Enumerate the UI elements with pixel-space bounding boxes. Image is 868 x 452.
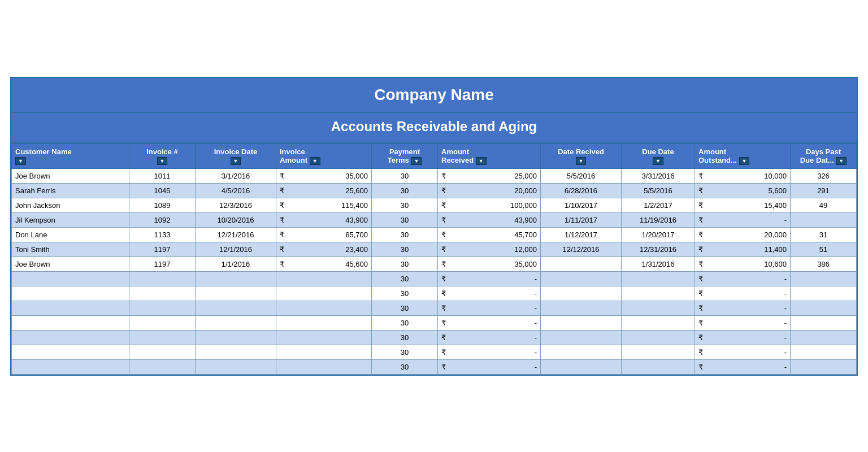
filter-invoice-num[interactable]: ▼ bbox=[157, 157, 168, 165]
cell-invoice-num: 1045 bbox=[129, 183, 196, 198]
cell-payment-terms: 30 bbox=[372, 345, 438, 359]
cell-due-date: 1/20/2017 bbox=[622, 227, 695, 242]
cell-invoice-amount bbox=[276, 315, 372, 330]
cell-customer bbox=[12, 345, 129, 359]
cell-due-date: 11/19/2016 bbox=[622, 212, 695, 227]
col-header-invoice-amount: Invoice Amount ▼ bbox=[276, 144, 372, 168]
cell-days-past bbox=[791, 301, 857, 315]
cell-due-date bbox=[622, 330, 695, 345]
cell-due-date bbox=[622, 315, 695, 330]
cell-invoice-num: 1011 bbox=[129, 168, 196, 183]
cell-due-date bbox=[622, 301, 695, 315]
cell-amount-received: ₹- bbox=[438, 315, 541, 330]
cell-payment-terms: 30 bbox=[372, 198, 438, 212]
cell-customer: Joe Brown bbox=[12, 257, 129, 271]
filter-invoice-amount[interactable]: ▼ bbox=[310, 157, 320, 165]
cell-days-past bbox=[791, 212, 857, 227]
cell-customer: Sarah Ferris bbox=[12, 183, 129, 198]
table-row: 30₹-₹- bbox=[12, 359, 857, 374]
cell-invoice-date bbox=[196, 359, 276, 374]
cell-amount-outstanding: ₹- bbox=[695, 271, 791, 286]
filter-amount-received[interactable]: ▼ bbox=[476, 157, 487, 165]
filter-days-past[interactable]: ▼ bbox=[836, 157, 847, 165]
cell-invoice-num bbox=[129, 286, 196, 301]
cell-invoice-date: 12/3/2016 bbox=[196, 198, 276, 212]
cell-customer: John Jackson bbox=[12, 198, 129, 212]
cell-invoice-num bbox=[129, 315, 196, 330]
cell-days-past: 326 bbox=[791, 168, 857, 183]
cell-amount-outstanding: ₹20,000 bbox=[695, 227, 791, 242]
filter-invoice-date[interactable]: ▼ bbox=[231, 157, 241, 165]
col-header-invoice-date: Invoice Date ▼ bbox=[196, 144, 276, 168]
cell-date-received: 6/28/2016 bbox=[541, 183, 622, 198]
cell-days-past bbox=[791, 286, 857, 301]
table-row: Don Lane113312/21/2016₹65,70030₹45,7001/… bbox=[12, 227, 857, 242]
cell-invoice-amount bbox=[276, 359, 372, 374]
cell-invoice-amount bbox=[276, 286, 372, 301]
cell-invoice-amount: ₹45,600 bbox=[276, 257, 372, 271]
table-row: Joe Brown11971/1/2016₹45,60030₹35,0001/3… bbox=[12, 257, 857, 271]
cell-payment-terms: 30 bbox=[372, 168, 438, 183]
cell-invoice-num bbox=[129, 345, 196, 359]
table-row: Joe Brown10113/1/2016₹35,00030₹25,0005/5… bbox=[12, 168, 857, 183]
cell-invoice-num bbox=[129, 271, 196, 286]
cell-amount-received: ₹45,700 bbox=[438, 227, 541, 242]
cell-date-received: 1/10/2017 bbox=[541, 198, 622, 212]
filter-amount-outstanding[interactable]: ▼ bbox=[739, 157, 750, 165]
company-name: Company Name bbox=[374, 86, 494, 103]
cell-due-date bbox=[622, 359, 695, 374]
table-header-row: Customer Name ▼ Invoice # ▼ Invoice Date… bbox=[12, 144, 857, 168]
cell-payment-terms: 30 bbox=[372, 286, 438, 301]
cell-invoice-num: 1092 bbox=[129, 212, 196, 227]
cell-invoice-date: 3/1/2016 bbox=[196, 168, 276, 183]
col-header-date-received: Date Recived ▼ bbox=[541, 144, 622, 168]
cell-payment-terms: 30 bbox=[372, 301, 438, 315]
cell-invoice-date bbox=[196, 271, 276, 286]
filter-customer[interactable]: ▼ bbox=[15, 157, 26, 165]
cell-amount-received: ₹- bbox=[438, 359, 541, 374]
cell-customer bbox=[12, 315, 129, 330]
cell-date-received bbox=[541, 345, 622, 359]
cell-customer bbox=[12, 330, 129, 345]
cell-amount-received: ₹20,000 bbox=[438, 183, 541, 198]
cell-days-past: 386 bbox=[791, 257, 857, 271]
cell-payment-terms: 30 bbox=[372, 315, 438, 330]
cell-payment-terms: 30 bbox=[372, 227, 438, 242]
spreadsheet-container: Company Name Accounts Receivable and Agi… bbox=[10, 77, 858, 376]
cell-due-date: 1/31/2016 bbox=[622, 257, 695, 271]
cell-amount-outstanding: ₹11,400 bbox=[695, 242, 791, 257]
filter-payment-terms[interactable]: ▼ bbox=[411, 157, 422, 165]
cell-amount-outstanding: ₹- bbox=[695, 301, 791, 315]
cell-due-date: 5/5/2016 bbox=[622, 183, 695, 198]
cell-days-past: 49 bbox=[791, 198, 857, 212]
table-row: Toni Smith119712/1/2016₹23,40030₹12,0001… bbox=[12, 242, 857, 257]
col-header-amount-outstanding: Amount Outstand... ▼ bbox=[695, 144, 791, 168]
cell-days-past bbox=[791, 345, 857, 359]
cell-due-date bbox=[622, 286, 695, 301]
cell-invoice-num: 1197 bbox=[129, 242, 196, 257]
filter-date-received[interactable]: ▼ bbox=[576, 157, 587, 165]
cell-amount-outstanding: ₹15,400 bbox=[695, 198, 791, 212]
cell-amount-received: ₹- bbox=[438, 271, 541, 286]
table-row: 30₹-₹- bbox=[12, 286, 857, 301]
col-header-due-date: Due Date ▼ bbox=[622, 144, 695, 168]
cell-invoice-date bbox=[196, 345, 276, 359]
cell-customer: Jil Kempson bbox=[12, 212, 129, 227]
cell-amount-received: ₹43,900 bbox=[438, 212, 541, 227]
filter-due-date[interactable]: ▼ bbox=[653, 157, 663, 165]
cell-date-received: 5/5/2016 bbox=[541, 168, 622, 183]
cell-amount-outstanding: ₹- bbox=[695, 286, 791, 301]
col-header-days-past: Days Past Due Dat... ▼ bbox=[791, 144, 857, 168]
col-header-amount-received: Amount Received ▼ bbox=[438, 144, 541, 168]
cell-date-received bbox=[541, 271, 622, 286]
title-row: Company Name bbox=[11, 78, 857, 113]
cell-customer bbox=[12, 286, 129, 301]
table-row: Jil Kempson109210/20/2016₹43,90030₹43,90… bbox=[12, 212, 857, 227]
cell-date-received: 1/12/2017 bbox=[541, 227, 622, 242]
subtitle-row: Accounts Receivable and Aging bbox=[11, 113, 857, 144]
cell-invoice-num bbox=[129, 301, 196, 315]
cell-invoice-amount bbox=[276, 345, 372, 359]
cell-customer: Don Lane bbox=[12, 227, 129, 242]
cell-amount-received: ₹- bbox=[438, 345, 541, 359]
cell-amount-received: ₹- bbox=[438, 301, 541, 315]
